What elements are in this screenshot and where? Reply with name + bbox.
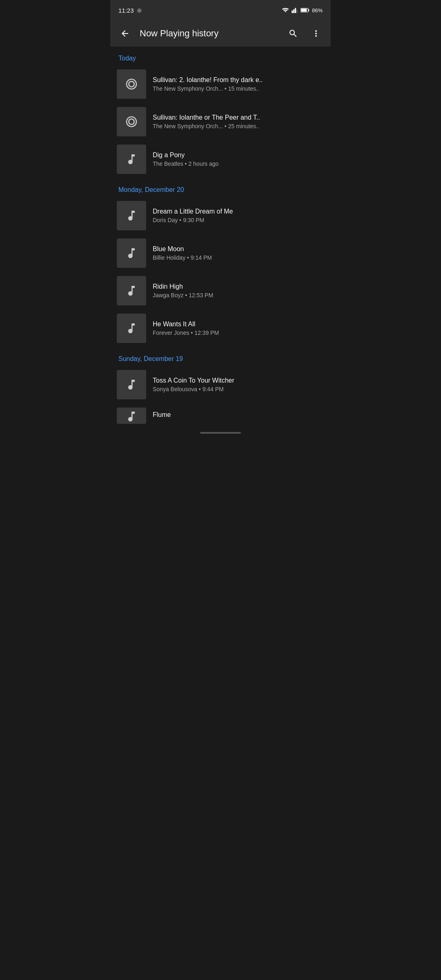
song-thumbnail: [117, 314, 146, 343]
status-left: 11:23 ◎: [118, 7, 141, 14]
song-meta: Jawga Boyz • 12:53 PM: [153, 292, 324, 298]
list-item[interactable]: Dig a Pony The Beatles • 2 hours ago: [110, 140, 331, 178]
list-item[interactable]: Ridin High Jawga Boyz • 12:53 PM: [110, 272, 331, 310]
list-item[interactable]: Blue Moon Billie Holiday • 9:14 PM: [110, 234, 331, 272]
song-info: Sullivan: 2. Iolanthe! From thy dark e..…: [153, 76, 324, 92]
radio-icon: [125, 115, 138, 128]
bottom-indicator: [200, 432, 241, 434]
song-info: Blue Moon Billie Holiday • 9:14 PM: [153, 245, 324, 261]
music-note-icon: [125, 410, 138, 423]
song-info: Ridin High Jawga Boyz • 12:53 PM: [153, 283, 324, 298]
song-thumbnail: [117, 69, 146, 99]
song-thumbnail: [117, 107, 146, 136]
song-meta: The New Symphony Orch... • 15 minutes..: [153, 85, 324, 92]
song-thumbnail: [117, 370, 146, 399]
svg-rect-5: [308, 9, 309, 11]
song-title: Toss A Coin To Your Witcher: [153, 377, 324, 384]
song-info: Flume: [153, 411, 324, 420]
svg-rect-1: [293, 9, 294, 13]
song-title: Ridin High: [153, 283, 324, 290]
song-title: Blue Moon: [153, 245, 324, 253]
music-note-icon: [125, 209, 138, 222]
status-right: 86%: [282, 7, 323, 13]
song-title: Dream a Little Dream of Me: [153, 208, 324, 215]
radio-status-icon: ◎: [137, 7, 141, 13]
section-monday-dec-20: Monday, December 20 Dream a Little Dream…: [110, 178, 331, 347]
svg-rect-0: [292, 11, 293, 13]
battery-percentage: 86%: [312, 7, 323, 13]
content: Today Sullivan: 2. Iolanthe! From thy da…: [110, 47, 331, 440]
svg-rect-2: [295, 8, 296, 13]
song-thumbnail: [117, 145, 146, 174]
song-info: Toss A Coin To Your Witcher Sonya Belous…: [153, 377, 324, 392]
app-bar: Now Playing history: [110, 20, 331, 47]
list-item[interactable]: Sullivan: Iolanthe or The Peer and T.. T…: [110, 103, 331, 140]
svg-rect-6: [301, 9, 307, 11]
song-thumbnail: [117, 276, 146, 305]
section-sunday-dec-19: Sunday, December 19 Toss A Coin To Your …: [110, 347, 331, 425]
song-thumbnail: [117, 201, 146, 230]
page-title: Now Playing history: [140, 28, 278, 39]
song-meta: Forever Jones • 12:39 PM: [153, 330, 324, 336]
list-item[interactable]: He Wants It All Forever Jones • 12:39 PM: [110, 310, 331, 347]
battery-icon: [301, 7, 310, 13]
wifi-icon: [282, 7, 289, 13]
song-title: Dig a Pony: [153, 151, 324, 159]
list-item[interactable]: Dream a Little Dream of Me Doris Day • 9…: [110, 197, 331, 234]
song-title: Sullivan: Iolanthe or The Peer and T..: [153, 114, 324, 121]
music-note-icon: [125, 284, 138, 297]
song-title: Sullivan: 2. Iolanthe! From thy dark e..: [153, 76, 324, 84]
list-item[interactable]: Flume: [110, 403, 331, 425]
song-meta: Sonya Belousova • 9:44 PM: [153, 386, 324, 392]
song-meta: The Beatles • 2 hours ago: [153, 160, 324, 167]
list-item[interactable]: Toss A Coin To Your Witcher Sonya Belous…: [110, 366, 331, 403]
song-info: Sullivan: Iolanthe or The Peer and T.. T…: [153, 114, 324, 129]
section-header-today: Today: [110, 47, 331, 65]
song-meta: The New Symphony Orch... • 25 minutes..: [153, 123, 324, 129]
signal-icon: [292, 7, 298, 13]
more-button[interactable]: [308, 25, 324, 42]
section-today: Today Sullivan: 2. Iolanthe! From thy da…: [110, 47, 331, 178]
song-thumbnail: [117, 408, 146, 424]
svg-rect-3: [296, 10, 298, 13]
song-thumbnail: [117, 238, 146, 268]
status-bar: 11:23 ◎ 86%: [110, 0, 331, 20]
music-note-icon: [125, 247, 138, 260]
song-title: He Wants It All: [153, 321, 324, 328]
music-note-icon: [125, 322, 138, 335]
list-item[interactable]: Sullivan: 2. Iolanthe! From thy dark e..…: [110, 65, 331, 103]
music-note-icon: [125, 378, 138, 391]
music-note-icon: [125, 153, 138, 166]
section-header-monday: Monday, December 20: [110, 178, 331, 197]
song-info: Dig a Pony The Beatles • 2 hours ago: [153, 151, 324, 167]
search-button[interactable]: [285, 25, 301, 42]
song-meta: Doris Day • 9:30 PM: [153, 217, 324, 223]
song-info: He Wants It All Forever Jones • 12:39 PM: [153, 321, 324, 336]
radio-icon: [125, 78, 138, 91]
bottom-bar: [110, 425, 331, 440]
song-meta: Billie Holiday • 9:14 PM: [153, 254, 324, 261]
song-title: Flume: [153, 411, 324, 419]
section-header-sunday: Sunday, December 19: [110, 347, 331, 366]
back-button[interactable]: [117, 25, 133, 42]
song-info: Dream a Little Dream of Me Doris Day • 9…: [153, 208, 324, 223]
status-time: 11:23: [118, 7, 134, 14]
